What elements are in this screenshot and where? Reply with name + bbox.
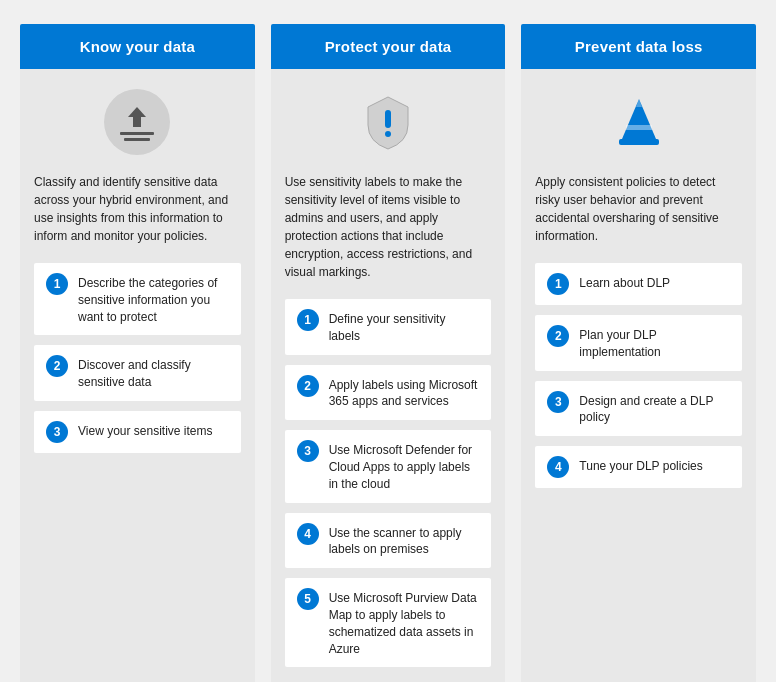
prevent-data-loss-step-1-text: Learn about DLP xyxy=(579,273,670,292)
prevent-data-loss-description: Apply consistent policies to detect risk… xyxy=(535,173,742,245)
know-your-data-icon-area xyxy=(34,87,241,157)
prevent-data-loss-header: Prevent data loss xyxy=(521,24,756,69)
know-your-data-step-3-number: 3 xyxy=(46,421,68,443)
prevent-data-loss-step-4-text: Tune your DLP policies xyxy=(579,456,702,475)
know-your-data-step-1-number: 1 xyxy=(46,273,68,295)
know-your-data-step-1-text: Describe the categories of sensitive inf… xyxy=(78,273,229,325)
protect-your-data-step-2[interactable]: 2Apply labels using Microsoft 365 apps a… xyxy=(285,365,492,421)
page-container: Know your data Classify and identify sen… xyxy=(0,0,776,682)
prevent-data-loss-step-4[interactable]: 4Tune your DLP policies xyxy=(535,446,742,488)
know-your-data-body: Classify and identify sensitive data acr… xyxy=(20,69,255,682)
protect-your-data-step-1-number: 1 xyxy=(297,309,319,331)
prevent-data-loss-step-1-number: 1 xyxy=(547,273,569,295)
protect-your-data-icon-area xyxy=(285,87,492,157)
svg-rect-9 xyxy=(626,125,652,130)
know-your-data-step-3[interactable]: 3View your sensitive items xyxy=(34,411,241,453)
know-your-data-step-2[interactable]: 2Discover and classify sensitive data xyxy=(34,345,241,401)
protect-your-data-step-4-number: 4 xyxy=(297,523,319,545)
prevent-data-loss-step-3-number: 3 xyxy=(547,391,569,413)
card-prevent-data-loss: Prevent data loss Apply consistent polic… xyxy=(521,24,756,682)
protect-your-data-step-1[interactable]: 1Define your sensitivity labels xyxy=(285,299,492,355)
prevent-data-loss-step-2-text: Plan your DLP implementation xyxy=(579,325,730,361)
protect-your-data-step-4-text: Use the scanner to apply labels on premi… xyxy=(329,523,480,559)
protect-your-data-icon xyxy=(353,87,423,157)
know-your-data-description: Classify and identify sensitive data acr… xyxy=(34,173,241,245)
protect-your-data-step-2-number: 2 xyxy=(297,375,319,397)
card-know-your-data: Know your data Classify and identify sen… xyxy=(20,24,255,682)
svg-rect-4 xyxy=(124,138,150,141)
protect-your-data-step-3-number: 3 xyxy=(297,440,319,462)
prevent-data-loss-icon-area xyxy=(535,87,742,157)
svg-rect-2 xyxy=(133,117,141,127)
protect-your-data-description: Use sensitivity labels to make the sensi… xyxy=(285,173,492,281)
protect-your-data-step-1-text: Define your sensitivity labels xyxy=(329,309,480,345)
protect-your-data-step-5-number: 5 xyxy=(297,588,319,610)
prevent-data-loss-step-2-number: 2 xyxy=(547,325,569,347)
protect-your-data-step-4[interactable]: 4Use the scanner to apply labels on prem… xyxy=(285,513,492,569)
prevent-data-loss-body: Apply consistent policies to detect risk… xyxy=(521,69,756,682)
protect-your-data-step-3[interactable]: 3Use Microsoft Defender for Cloud Apps t… xyxy=(285,430,492,502)
svg-rect-5 xyxy=(385,110,391,128)
svg-rect-3 xyxy=(120,132,154,135)
know-your-data-step-3-text: View your sensitive items xyxy=(78,421,213,440)
protect-your-data-step-5-text: Use Microsoft Purview Data Map to apply … xyxy=(329,588,480,657)
know-your-data-icon xyxy=(102,87,172,157)
prevent-data-loss-step-1[interactable]: 1Learn about DLP xyxy=(535,263,742,305)
prevent-data-loss-step-2[interactable]: 2Plan your DLP implementation xyxy=(535,315,742,371)
svg-rect-6 xyxy=(385,131,391,137)
protect-your-data-step-3-text: Use Microsoft Defender for Cloud Apps to… xyxy=(329,440,480,492)
svg-marker-8 xyxy=(636,99,642,107)
svg-rect-10 xyxy=(619,139,659,145)
know-your-data-step-2-text: Discover and classify sensitive data xyxy=(78,355,229,391)
prevent-data-loss-step-3-text: Design and create a DLP policy xyxy=(579,391,730,427)
know-your-data-step-1[interactable]: 1Describe the categories of sensitive in… xyxy=(34,263,241,335)
protect-your-data-body: Use sensitivity labels to make the sensi… xyxy=(271,69,506,682)
prevent-data-loss-icon xyxy=(604,87,674,157)
protect-your-data-step-5[interactable]: 5Use Microsoft Purview Data Map to apply… xyxy=(285,578,492,667)
know-your-data-header: Know your data xyxy=(20,24,255,69)
know-your-data-step-2-number: 2 xyxy=(46,355,68,377)
protect-your-data-header: Protect your data xyxy=(271,24,506,69)
card-protect-your-data: Protect your data Use sensitivity labels… xyxy=(271,24,506,682)
prevent-data-loss-step-3[interactable]: 3Design and create a DLP policy xyxy=(535,381,742,437)
protect-your-data-step-2-text: Apply labels using Microsoft 365 apps an… xyxy=(329,375,480,411)
prevent-data-loss-step-4-number: 4 xyxy=(547,456,569,478)
